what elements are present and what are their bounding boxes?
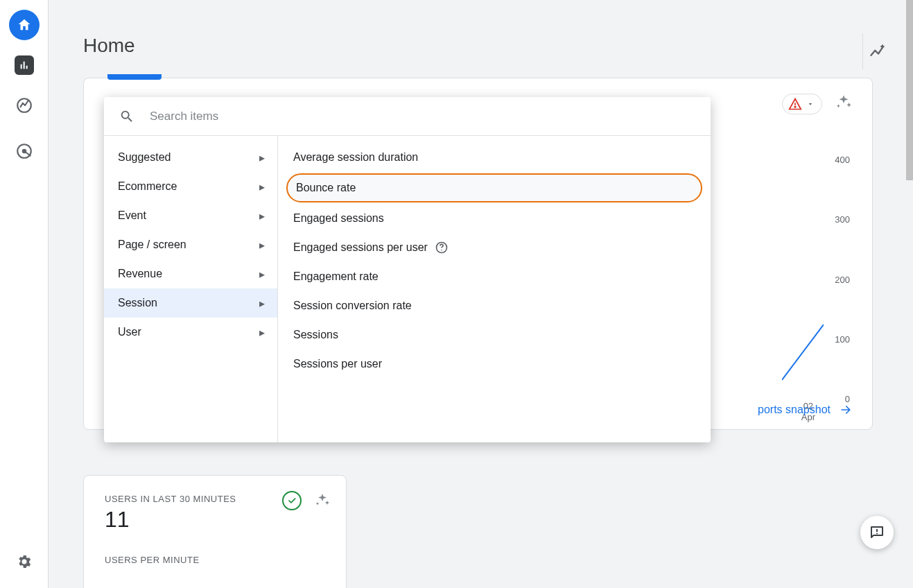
- insights-icon[interactable]: [862, 33, 894, 69]
- metric-item[interactable]: Bounce rate: [286, 173, 702, 202]
- data-quality-chip[interactable]: [782, 94, 822, 114]
- search-row: [104, 97, 711, 136]
- search-icon: [119, 109, 134, 124]
- metric-item[interactable]: Engaged sessions: [278, 204, 711, 233]
- svg-point-9: [876, 533, 878, 535]
- metric-item[interactable]: Sessions per user: [278, 349, 711, 379]
- chevron-down-icon: [806, 100, 815, 108]
- nav-settings-icon[interactable]: [0, 553, 49, 570]
- page-title: Home: [83, 35, 873, 57]
- metric-item[interactable]: Session conversion rate: [278, 291, 711, 320]
- category-item[interactable]: Page / screen▸: [104, 230, 277, 259]
- nav-explore-icon[interactable]: [9, 90, 40, 121]
- reports-snapshot-link[interactable]: ports snapshot: [758, 403, 853, 417]
- svg-line-5: [782, 325, 824, 380]
- category-item[interactable]: Revenue▸: [104, 259, 277, 288]
- metric-item[interactable]: Engaged sessions per user: [278, 233, 711, 262]
- svg-point-4: [794, 106, 796, 107]
- metric-item[interactable]: Sessions: [278, 320, 711, 349]
- active-metric-tab: [107, 74, 162, 80]
- arrow-right-icon: [839, 403, 853, 417]
- sparkle-icon[interactable]: [314, 492, 331, 509]
- chart-line: [782, 307, 824, 397]
- nav-advertising-icon[interactable]: [9, 136, 40, 166]
- realtime-card: USERS IN LAST 30 MINUTES 11 USERS PER MI…: [83, 475, 347, 588]
- category-item[interactable]: Suggested▸: [104, 143, 277, 172]
- chart-y-axis: 400 300 200 100 0: [835, 155, 850, 404]
- sparkle-icon[interactable]: [835, 94, 853, 112]
- help-icon: [435, 241, 449, 254]
- realtime-value: 11: [105, 507, 325, 533]
- nav-reports-icon[interactable]: [15, 55, 34, 75]
- svg-point-7: [441, 250, 442, 251]
- category-item[interactable]: Session▸: [104, 288, 277, 318]
- svg-point-2: [21, 149, 26, 154]
- metric-item[interactable]: Engagement rate: [278, 262, 711, 291]
- metric-item[interactable]: Average session duration: [278, 143, 711, 172]
- category-item[interactable]: Event▸: [104, 201, 277, 230]
- category-item[interactable]: User▸: [104, 318, 277, 347]
- feedback-button[interactable]: [860, 516, 894, 549]
- nav-home-icon[interactable]: [9, 10, 40, 40]
- category-column: Suggested▸Ecommerce▸Event▸Page / screen▸…: [104, 136, 277, 442]
- status-ok-icon[interactable]: [282, 491, 302, 510]
- category-item[interactable]: Ecommerce▸: [104, 172, 277, 201]
- left-nav: [0, 0, 49, 588]
- search-input[interactable]: [150, 110, 695, 123]
- realtime-subtitle: USERS PER MINUTE: [105, 555, 325, 565]
- metric-picker-popup: Suggested▸Ecommerce▸Event▸Page / screen▸…: [104, 97, 711, 442]
- metric-column: Average session durationBounce rateEngag…: [277, 136, 711, 442]
